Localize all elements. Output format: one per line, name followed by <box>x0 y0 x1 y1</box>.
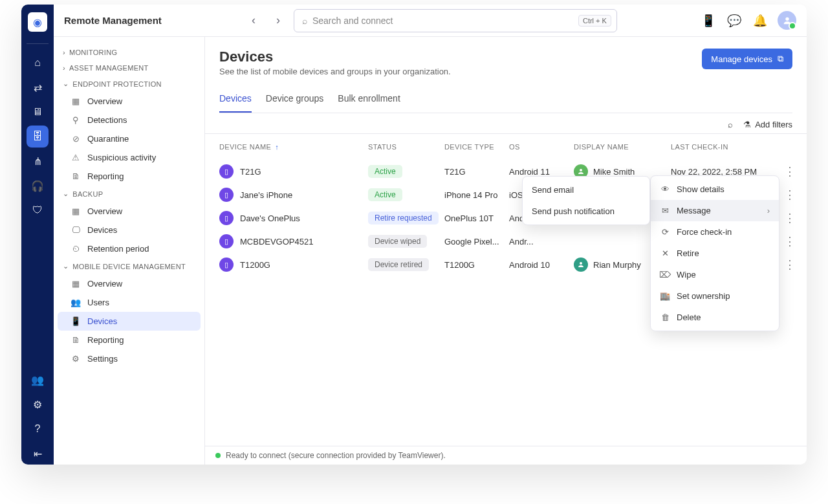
tree-item-label: Overview <box>87 206 122 216</box>
tree-item[interactable]: ▦Overview <box>58 92 201 111</box>
tree-item[interactable]: ⚠Suspicious activity <box>58 148 201 167</box>
rail-home-icon[interactable]: ⌂ <box>27 52 49 74</box>
tree-item-label: Retention period <box>87 244 149 254</box>
device-name: Dave's OnePlus <box>240 214 300 223</box>
device-type: OnePlus 10T <box>444 214 509 223</box>
rail-settings-icon[interactable]: ⚙ <box>27 393 49 415</box>
rail-mdm-icon[interactable]: 🗄 <box>27 126 49 148</box>
tree-item[interactable]: ⚙Settings <box>58 349 201 368</box>
device-icon: ▯ <box>219 188 234 202</box>
device-os: Andr... <box>509 237 574 247</box>
rail-collapse-icon[interactable]: ⇤ <box>27 443 49 465</box>
context-item-icon: ✕ <box>660 248 670 258</box>
context-item-icon: ✉ <box>660 206 670 215</box>
app-logo[interactable]: ◉ <box>28 12 47 32</box>
context-item-label: Wipe <box>677 270 696 279</box>
row-more-button[interactable]: ⋮ <box>781 257 799 272</box>
chevron-down-icon: ⌄ <box>63 262 69 270</box>
rail-workstation-icon[interactable]: 🖥 <box>27 101 49 123</box>
topbar-chat-icon[interactable]: 💬 <box>726 12 743 29</box>
tree-item[interactable]: ▦Overview <box>58 274 201 293</box>
tree-item-label: Settings <box>87 354 118 364</box>
tree-group[interactable]: ⌄ENDPOINT PROTECTION <box>58 76 201 92</box>
column-header[interactable]: LAST CHECK-IN <box>671 143 781 151</box>
row-more-button[interactable]: ⋮ <box>781 188 799 202</box>
tree-item-icon: 👥 <box>71 298 81 307</box>
tree-group-label: BACKUP <box>72 190 103 198</box>
context-menu-item[interactable]: 🗑Delete <box>651 307 779 328</box>
row-context-menu: 👁Show details✉Message›⟳Force check-in✕Re… <box>650 175 779 331</box>
tree-item-icon: ▦ <box>71 206 81 216</box>
context-menu-item[interactable]: ⌦Wipe <box>651 264 779 285</box>
tree-item-label: Detections <box>87 115 127 125</box>
topbar-bell-icon[interactable]: 🔔 <box>752 12 768 29</box>
rail-help-icon[interactable]: ? <box>27 418 49 440</box>
tree-item[interactable]: 🖵Devices <box>58 221 201 239</box>
tree-group[interactable]: ⌄BACKUP <box>58 186 201 202</box>
device-icon: ▯ <box>219 257 234 272</box>
rail-transfer-icon[interactable]: ⇄ <box>27 76 49 98</box>
column-header[interactable]: DEVICE TYPE <box>444 143 509 151</box>
add-filters-button[interactable]: ⚗ Add filters <box>743 120 792 129</box>
nav-forward-button[interactable]: › <box>269 12 287 30</box>
column-header[interactable]: DEVICE NAME↑ <box>219 143 368 151</box>
tree-item-icon: 🗎 <box>71 335 81 345</box>
tab[interactable]: Device groups <box>266 88 324 113</box>
tree-item[interactable]: ⊘Quarantine <box>58 129 201 148</box>
chevron-down-icon: ⌄ <box>63 80 69 88</box>
status-badge: Active <box>368 165 402 178</box>
device-icon: ▯ <box>219 164 234 179</box>
manage-devices-button[interactable]: Manage devices ⧉ <box>702 49 792 69</box>
tree-item-icon: ▦ <box>71 279 81 289</box>
column-header[interactable]: STATUS <box>368 143 444 151</box>
column-header[interactable]: DISPLAY NAME <box>574 143 671 151</box>
context-item-label: Show details <box>677 184 724 194</box>
device-name: T1200G <box>240 260 270 270</box>
tree-item[interactable]: 🗎Reporting <box>58 167 201 186</box>
context-menu-item[interactable]: ⟳Force check-in <box>651 221 779 243</box>
nav-back-button[interactable]: ‹ <box>245 12 263 30</box>
search-shortcut-hint: Ctrl + K <box>578 15 611 27</box>
row-more-button[interactable]: ⋮ <box>781 164 799 179</box>
tree-item[interactable]: ⚲Detections <box>58 111 201 129</box>
tree-item[interactable]: 🗎Reporting <box>58 331 201 349</box>
context-menu-item[interactable]: ✕Retire <box>651 243 779 264</box>
tree-group-label: ENDPOINT PROTECTION <box>72 80 162 88</box>
table-search-button[interactable]: ⌕ <box>728 120 733 129</box>
tree-item-label: Overview <box>87 96 122 106</box>
external-link-icon: ⧉ <box>778 54 783 64</box>
rail-users-icon[interactable]: 👥 <box>27 369 49 391</box>
context-item-label: Retire <box>677 248 699 258</box>
context-item-icon: 🏬 <box>660 291 670 301</box>
context-menu-item[interactable]: ✉Message› <box>651 200 779 221</box>
tree-item[interactable]: ▦Overview <box>58 202 201 221</box>
context-menu-item[interactable]: 🏬Set ownership <box>651 285 779 307</box>
rail-workflow-icon[interactable]: ⋔ <box>27 150 49 172</box>
tree-item[interactable]: 📱Devices <box>58 312 201 331</box>
tab[interactable]: Devices <box>219 88 252 113</box>
rail-shield-icon[interactable]: 🛡 <box>27 199 49 221</box>
device-type: T1200G <box>444 260 509 270</box>
topbar-avatar[interactable] <box>778 11 796 30</box>
tree-group[interactable]: ›ASSET MANAGEMENT <box>58 60 201 76</box>
row-more-button[interactable]: ⋮ <box>781 211 799 225</box>
rail-support-icon[interactable]: 🎧 <box>27 175 49 197</box>
topbar-device-icon[interactable]: 📱 <box>700 12 717 29</box>
table-header: DEVICE NAME↑STATUSDEVICE TYPEOSDISPLAY N… <box>212 134 800 160</box>
display-name: Mike Smith <box>593 167 635 177</box>
row-more-button[interactable]: ⋮ <box>781 234 799 248</box>
tree-item[interactable]: ⏲Retention period <box>58 239 201 258</box>
search-input[interactable]: ⌕ Search and connect Ctrl + K <box>294 9 617 32</box>
context-title: Remote Management <box>64 15 162 26</box>
column-header[interactable]: OS <box>509 143 574 151</box>
tab[interactable]: Bulk enrollment <box>338 88 400 113</box>
submenu-item[interactable]: Send push notification <box>523 201 649 222</box>
tree-item-label: Suspicious activity <box>87 153 156 162</box>
device-name: Jane's iPhone <box>240 190 292 200</box>
tree-item[interactable]: 👥Users <box>58 293 201 312</box>
tree-group[interactable]: ›MONITORING <box>58 45 201 60</box>
status-badge: Active <box>368 188 402 201</box>
tree-group[interactable]: ⌄MOBILE DEVICE MANAGEMENT <box>58 258 201 274</box>
submenu-item[interactable]: Send email <box>523 179 649 201</box>
context-menu-item[interactable]: 👁Show details <box>651 179 779 200</box>
